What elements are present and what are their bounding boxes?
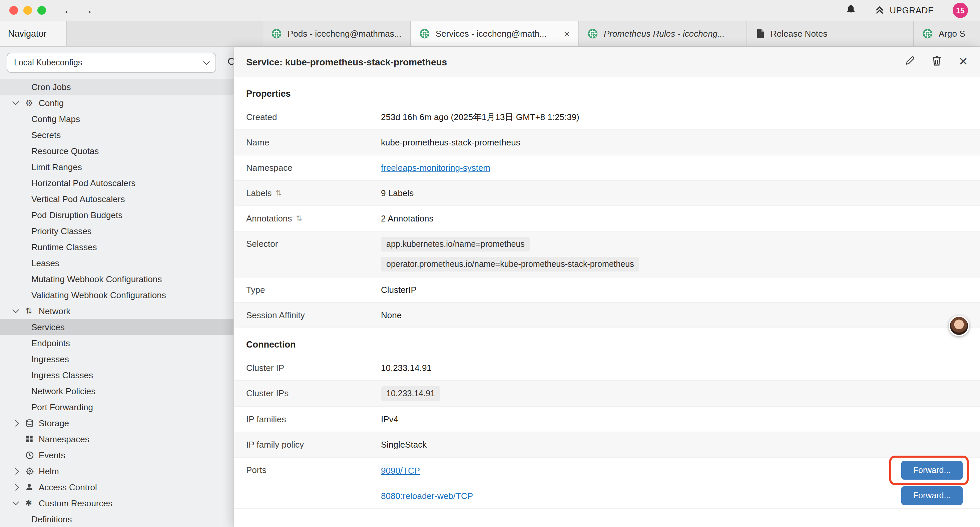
value-badge: operator.prometheus.io/name=kube-prometh… bbox=[381, 257, 640, 272]
main-area: Local Kubeconfigs Cron Jobs⚙ConfigConfig… bbox=[0, 47, 980, 527]
sidebar-item-ingress-classes[interactable]: Ingress Classes bbox=[0, 367, 262, 383]
forward-button[interactable]: Forward... bbox=[901, 486, 963, 505]
detail-value: ClusterIP bbox=[381, 285, 417, 295]
detail-row-name: Namekube-prometheus-stack-prometheus bbox=[234, 130, 980, 155]
port-link[interactable]: 8080:reloader-web/TCP bbox=[381, 490, 473, 501]
detail-value: IPv4 bbox=[381, 414, 398, 424]
zoom-window-button[interactable] bbox=[37, 6, 46, 15]
detail-label: IP family policy bbox=[246, 439, 381, 450]
detail-label: Ports bbox=[246, 465, 381, 475]
cluster-icon bbox=[923, 29, 932, 39]
upgrade-button[interactable]: UPGRADE bbox=[874, 4, 934, 16]
detail-label: Cluster IP bbox=[246, 363, 381, 373]
sidebar-item-priority-classes[interactable]: Priority Classes bbox=[0, 223, 262, 239]
sidebar-item-resource-quotas[interactable]: Resource Quotas bbox=[0, 143, 262, 159]
chevron-down-icon bbox=[12, 307, 19, 313]
detail-value: kube-prometheus-stack-prometheus bbox=[381, 137, 520, 147]
swap-vertical-icon: ⇅ bbox=[25, 306, 39, 315]
sidebar-item-vertical-pod-autoscalers[interactable]: Vertical Pod Autoscalers bbox=[0, 191, 262, 207]
document-icon bbox=[756, 29, 765, 39]
detail-label: Selector bbox=[246, 239, 381, 249]
detail-label: Cluster IPs bbox=[246, 388, 381, 398]
detail-value: 10.233.14.91 bbox=[381, 363, 432, 373]
sidebar-item-limit-ranges[interactable]: Limit Ranges bbox=[0, 159, 262, 175]
sidebar-item-namespaces[interactable]: Namespaces bbox=[0, 431, 262, 447]
kubeconfig-select[interactable]: Local Kubeconfigs bbox=[7, 53, 216, 73]
app-window: ← → UPGRADE 15 Navigator Pods - icecheng… bbox=[0, 0, 980, 527]
sidebar-item-port-forwarding[interactable]: Port Forwarding bbox=[0, 399, 262, 415]
detail-row-labels: Labels⇅9 Labels bbox=[234, 181, 980, 206]
cluster-icon bbox=[588, 29, 598, 39]
back-icon[interactable]: ← bbox=[59, 5, 78, 16]
tab-release-notes[interactable]: Release Notes bbox=[747, 21, 914, 46]
sidebar-item-definitions[interactable]: Definitions bbox=[0, 511, 262, 527]
sidebar-item-access-control[interactable]: Access Control bbox=[0, 479, 262, 495]
detail-label: IP families bbox=[246, 414, 381, 424]
close-icon[interactable]: ✕ bbox=[959, 56, 968, 67]
sidebar-item-config-maps[interactable]: Config Maps bbox=[0, 111, 262, 127]
asterisk-icon: ✱ bbox=[25, 498, 39, 508]
sidebar-item-pod-disruption-budgets[interactable]: Pod Disruption Budgets bbox=[0, 207, 262, 223]
detail-label: Session Affinity bbox=[246, 310, 381, 320]
detail-value: None bbox=[381, 310, 402, 320]
sidebar-item-ingresses[interactable]: Ingresses bbox=[0, 351, 262, 367]
tab-strip: Pods - icecheng@mathmas...Services - ice… bbox=[263, 21, 980, 46]
tab-services-icecheng-math[interactable]: Services - icecheng@math...× bbox=[411, 21, 579, 46]
sidebar-item-horizontal-pod-autoscalers[interactable]: Horizontal Pod Autoscalers bbox=[0, 175, 262, 191]
sidebar-item-network[interactable]: ⇅Network bbox=[0, 303, 262, 319]
chevron-down-icon bbox=[12, 498, 19, 505]
gear-icon: ⚙ bbox=[25, 98, 39, 108]
upgrade-label: UPGRADE bbox=[889, 5, 934, 15]
sidebar-item-custom-resources[interactable]: ✱Custom Resources bbox=[0, 495, 262, 511]
chevron-right-icon bbox=[12, 468, 19, 474]
avatar[interactable] bbox=[949, 315, 969, 336]
section-title-connection: Connection bbox=[234, 328, 980, 355]
sidebar-item-mutating-webhook-configurations[interactable]: Mutating Webhook Configurations bbox=[0, 271, 262, 287]
detail-row-ip-families: IP familiesIPv4 bbox=[234, 407, 980, 432]
sidebar-item-endpoints[interactable]: Endpoints bbox=[0, 335, 262, 351]
detail-label: Namespace bbox=[246, 163, 381, 173]
tab-argo-s[interactable]: Argo S bbox=[914, 21, 980, 46]
detail-value: 9 Labels bbox=[381, 188, 414, 198]
close-window-button[interactable] bbox=[10, 6, 18, 15]
drawer-header: Service: kube-prometheus-stack-prometheu… bbox=[234, 47, 980, 77]
namespace-link[interactable]: freeleaps-monitoring-system bbox=[381, 163, 490, 173]
tab-pods-icecheng-mathmas[interactable]: Pods - icecheng@mathmas... bbox=[263, 21, 411, 46]
drawer-title: Service: kube-prometheus-stack-prometheu… bbox=[246, 56, 888, 67]
sidebar-item-services[interactable]: Services bbox=[0, 319, 262, 335]
detail-value: 2 Annotations bbox=[381, 213, 434, 223]
chevron-right-icon bbox=[12, 420, 19, 426]
tab-prometheus-rules-icecheng[interactable]: Prometheus Rules - icecheng... bbox=[579, 21, 747, 46]
section-title-properties: Properties bbox=[234, 77, 980, 105]
detail-row-selector: Selectorapp.kubernetes.io/name=prometheu… bbox=[234, 231, 980, 277]
detail-row-created: Created253d 16h 6m ago (2025年1月13日 GMT+8… bbox=[234, 105, 980, 130]
minimize-window-button[interactable] bbox=[23, 6, 32, 15]
titlebar: ← → UPGRADE 15 bbox=[0, 0, 980, 21]
forward-icon[interactable]: → bbox=[78, 5, 97, 16]
sidebar-item-cron-jobs[interactable]: Cron Jobs bbox=[0, 79, 262, 95]
sidebar-item-events[interactable]: Events bbox=[0, 447, 262, 463]
sidebar-item-leases[interactable]: Leases bbox=[0, 255, 262, 271]
details-drawer: Service: kube-prometheus-stack-prometheu… bbox=[234, 47, 980, 527]
navigator-tab[interactable]: Navigator bbox=[0, 21, 67, 46]
sort-toggle-icon[interactable]: ⇅ bbox=[296, 214, 302, 223]
sidebar-item-validating-webhook-configurations[interactable]: Validating Webhook Configurations bbox=[0, 287, 262, 303]
notification-badge[interactable]: 15 bbox=[953, 3, 968, 18]
clock-icon bbox=[25, 451, 39, 459]
port-link[interactable]: 9090/TCP bbox=[381, 465, 420, 475]
sidebar-item-secrets[interactable]: Secrets bbox=[0, 127, 262, 143]
close-tab-icon[interactable]: × bbox=[564, 29, 570, 39]
sidebar-item-helm[interactable]: Helm bbox=[0, 463, 262, 479]
sort-toggle-icon[interactable]: ⇅ bbox=[276, 189, 282, 197]
port-line: 8080:reloader-web/TCPForward... bbox=[381, 483, 968, 508]
sidebar-item-runtime-classes[interactable]: Runtime Classes bbox=[0, 239, 262, 255]
sidebar-item-network-policies[interactable]: Network Policies bbox=[0, 383, 262, 399]
helm-icon bbox=[25, 466, 39, 475]
trash-icon[interactable] bbox=[932, 56, 941, 68]
sidebar-item-config[interactable]: ⚙Config bbox=[0, 95, 262, 111]
bell-icon[interactable] bbox=[846, 4, 856, 17]
sidebar-item-storage[interactable]: Storage bbox=[0, 415, 262, 431]
edit-icon[interactable] bbox=[905, 56, 915, 67]
detail-label: Type bbox=[246, 285, 381, 295]
traffic-lights bbox=[10, 6, 46, 15]
